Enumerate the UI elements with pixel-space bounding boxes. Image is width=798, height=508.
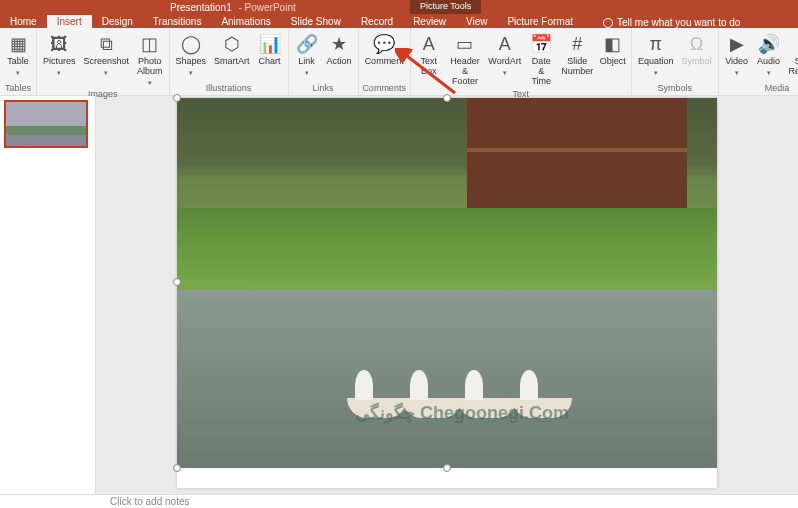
table-button[interactable]: ▦Table▾: [3, 31, 33, 79]
header-footer-label: Header & Footer: [449, 57, 482, 87]
screen-recording-label: Screen Recording: [789, 57, 798, 77]
chart-button[interactable]: 📊Chart: [255, 31, 285, 79]
slide-canvas[interactable]: چگونگی Chegoonegi.Com: [177, 98, 717, 488]
tab-view[interactable]: View: [456, 15, 498, 28]
app-name: - PowerPoint: [236, 2, 296, 13]
photo-album-icon: ◫: [139, 33, 161, 55]
group-label-tables: Tables: [3, 83, 33, 94]
date-time-button[interactable]: 📅Date & Time: [525, 31, 557, 89]
chevron-down-icon: ▾: [104, 69, 108, 77]
selection-handle[interactable]: [443, 464, 451, 472]
tab-review[interactable]: Review: [403, 15, 456, 28]
equation-button[interactable]: πEquation▾: [635, 31, 677, 79]
audio-label: Audio: [757, 57, 780, 67]
screenshot-button[interactable]: ⧉Screenshot▾: [81, 31, 133, 89]
ribbon-group-text: AText Box▭Header & FooterAWordArt▾📅Date …: [411, 28, 632, 95]
object-label: Object: [600, 57, 626, 67]
action-icon: ★: [328, 33, 350, 55]
text-box-button[interactable]: AText Box: [414, 31, 444, 89]
selection-handle[interactable]: [443, 94, 451, 102]
slide-number-button[interactable]: #Slide Number: [559, 31, 595, 89]
selection-handle[interactable]: [173, 278, 181, 286]
ribbon-group-illustrations: ◯Shapes▾⬡SmartArt📊ChartIllustrations: [170, 28, 289, 95]
action-button[interactable]: ★Action: [324, 31, 355, 79]
symbol-label: Symbol: [682, 57, 712, 67]
chevron-down-icon: ▾: [57, 69, 61, 77]
selection-handle[interactable]: [173, 94, 181, 102]
tab-design[interactable]: Design: [92, 15, 143, 28]
group-label-media: Media: [722, 83, 798, 94]
ribbon-group-tables: ▦Table▾Tables: [0, 28, 37, 95]
chevron-down-icon: ▾: [503, 69, 507, 77]
ribbon-group-comments: 💬CommentComments: [359, 28, 411, 95]
chevron-down-icon: ▾: [305, 69, 309, 77]
table-icon: ▦: [7, 33, 29, 55]
audio-button[interactable]: 🔊Audio▾: [754, 31, 784, 79]
tab-slide-show[interactable]: Slide Show: [281, 15, 351, 28]
chevron-down-icon: ▾: [654, 69, 658, 77]
tab-animations[interactable]: Animations: [211, 15, 280, 28]
ribbon-group-links: 🔗Link▾★ActionLinks: [289, 28, 359, 95]
wordart-button[interactable]: AWordArt▾: [486, 31, 523, 89]
selection-handle[interactable]: [173, 464, 181, 472]
slide-thumbnail-1[interactable]: [4, 100, 88, 148]
link-icon: 🔗: [296, 33, 318, 55]
action-label: Action: [327, 57, 352, 67]
table-label: Table: [7, 57, 29, 67]
title-bar: Presentation1 - PowerPoint: [0, 0, 798, 14]
group-label-symbols: Symbols: [635, 83, 715, 94]
ribbon: ▦Table▾Tables🖼Pictures▾⧉Screenshot▾◫Phot…: [0, 28, 798, 96]
notes-pane[interactable]: Click to add notes: [0, 494, 798, 508]
slide-number-label: Slide Number: [561, 57, 593, 77]
tell-me-search[interactable]: Tell me what you want to do: [603, 17, 740, 28]
header-footer-button[interactable]: ▭Header & Footer: [446, 31, 485, 89]
comment-button[interactable]: 💬Comment: [362, 31, 407, 69]
shapes-button[interactable]: ◯Shapes▾: [173, 31, 210, 79]
comment-icon: 💬: [373, 33, 395, 55]
photo-album-button[interactable]: ◫Photo Album▾: [134, 31, 166, 89]
pictures-button[interactable]: 🖼Pictures▾: [40, 31, 79, 89]
tab-insert[interactable]: Insert: [47, 15, 92, 28]
object-button[interactable]: ◧Object: [597, 31, 628, 89]
slide-number-icon: #: [566, 33, 588, 55]
link-label: Link: [298, 57, 315, 67]
video-label: Video: [725, 57, 748, 67]
ribbon-group-media: ▶Video▾🔊Audio▾⦿Screen RecordingMedia: [719, 28, 798, 95]
photo-album-label: Photo Album: [137, 57, 163, 77]
tab-record[interactable]: Record: [351, 15, 403, 28]
video-button[interactable]: ▶Video▾: [722, 31, 752, 79]
tab-picture-format[interactable]: Picture Format: [497, 15, 583, 28]
doc-title: Presentation1: [170, 2, 232, 13]
smartart-button[interactable]: ⬡SmartArt: [211, 31, 253, 79]
tab-transitions[interactable]: Transitions: [143, 15, 212, 28]
equation-label: Equation: [638, 57, 674, 67]
smartart-icon: ⬡: [221, 33, 243, 55]
text-box-icon: A: [418, 33, 440, 55]
date-time-label: Date & Time: [528, 57, 554, 87]
picture-tools-label: Picture Tools: [410, 0, 481, 14]
chart-label: Chart: [259, 57, 281, 67]
chevron-down-icon: ▾: [189, 69, 193, 77]
group-label-comments: Comments: [362, 83, 407, 94]
equation-icon: π: [645, 33, 667, 55]
symbol-icon: Ω: [686, 33, 708, 55]
slide-thumbnail-panel[interactable]: [0, 96, 96, 494]
date-time-icon: 📅: [530, 33, 552, 55]
chevron-down-icon: ▾: [767, 69, 771, 77]
header-footer-icon: ▭: [454, 33, 476, 55]
chevron-down-icon: ▾: [148, 79, 152, 87]
chevron-down-icon: ▾: [735, 69, 739, 77]
tab-home[interactable]: Home: [0, 15, 47, 28]
ribbon-group-symbols: πEquation▾ΩSymbolSymbols: [632, 28, 719, 95]
slide-editor[interactable]: چگونگی Chegoonegi.Com: [96, 96, 798, 494]
video-icon: ▶: [726, 33, 748, 55]
ribbon-tabs: HomeInsertDesignTransitionsAnimationsSli…: [0, 14, 798, 28]
shapes-label: Shapes: [176, 57, 207, 67]
comment-label: Comment: [365, 57, 404, 67]
ribbon-group-images: 🖼Pictures▾⧉Screenshot▾◫Photo Album▾Image…: [37, 28, 170, 95]
screen-recording-button[interactable]: ⦿Screen Recording: [786, 31, 798, 79]
link-button[interactable]: 🔗Link▾: [292, 31, 322, 79]
wordart-icon: A: [494, 33, 516, 55]
workspace: چگونگی Chegoonegi.Com: [0, 96, 798, 494]
inserted-picture[interactable]: چگونگی Chegoonegi.Com: [177, 98, 717, 468]
